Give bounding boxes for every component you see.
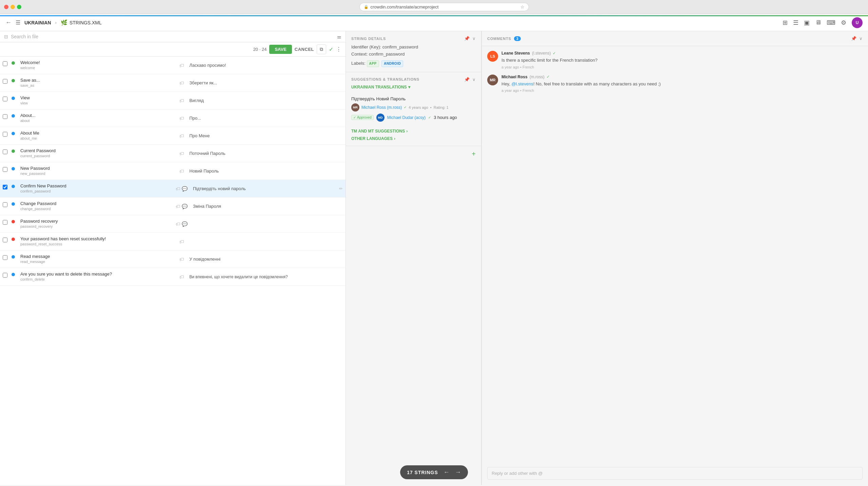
save-button[interactable]: SAVE	[269, 45, 292, 54]
row-source-content: Are you sure you want to delete this mes…	[18, 268, 177, 285]
edit-icon[interactable]: ✏	[339, 186, 343, 191]
string-row: Change Password change_password 🏷 💬 Змін…	[0, 198, 346, 215]
approved-badge: ✓ Approved	[351, 115, 374, 120]
row-checkbox[interactable]	[0, 92, 11, 109]
tag-icon[interactable]: 🏷	[179, 63, 184, 68]
more-options-button[interactable]: ⋮	[336, 46, 341, 53]
comment-icon[interactable]: 💬	[182, 221, 188, 227]
key-text: current_password	[20, 154, 174, 158]
tag-icon[interactable]: 🏷	[179, 80, 184, 86]
row-actions: 🏷	[177, 92, 187, 109]
back-button[interactable]: ←	[5, 19, 12, 26]
user-avatar[interactable]: U	[852, 17, 863, 28]
row-translation: Новий Пароль	[187, 162, 346, 180]
tag-icon[interactable]: 🏷	[179, 98, 184, 103]
expand-icon[interactable]: ∨	[472, 36, 476, 41]
tag-icon[interactable]: 🏷	[176, 204, 180, 209]
monitor-icon[interactable]: 🖥	[815, 19, 821, 26]
comment-reply-input[interactable]: Reply or add other with @	[487, 467, 863, 480]
main-layout: ⊟ ⚌ 20 · 24 SAVE CANCEL ⧉ ✓ ⋮ Welcome! w…	[0, 31, 868, 485]
copy-button[interactable]: ⧉	[317, 44, 326, 54]
tag-icon[interactable]: 🏷	[179, 168, 184, 174]
approve-button[interactable]: ✓	[329, 46, 333, 53]
tag-icon[interactable]: 🏷	[176, 221, 180, 227]
status-approved	[12, 79, 15, 82]
traffic-light-red[interactable]	[4, 5, 8, 9]
tag-icon[interactable]: 🏷	[179, 239, 184, 244]
row-checkbox[interactable]	[0, 109, 11, 127]
traffic-light-green[interactable]	[17, 5, 21, 9]
strings-count-label: 17 STRINGS	[407, 470, 438, 475]
row-checkbox[interactable]	[0, 57, 11, 74]
row-checkbox[interactable]	[0, 215, 11, 232]
bookmark-icon[interactable]: ☆	[520, 4, 525, 9]
collapse-icon[interactable]: ∨	[472, 77, 476, 82]
tag-icon[interactable]: 🏷	[179, 274, 184, 280]
tag-icon[interactable]: 🏷	[179, 151, 184, 156]
other-languages-link[interactable]: OTHER LANGUAGES ›	[351, 136, 476, 141]
string-list-panel: ⊟ ⚌ 20 · 24 SAVE CANCEL ⧉ ✓ ⋮ Welcome! w…	[0, 31, 346, 485]
row-checkbox[interactable]	[0, 250, 11, 268]
comments-header: COMMENTS 3 📌 ∨	[482, 31, 868, 46]
layout-grid-icon[interactable]: ⊞	[783, 19, 788, 26]
strings-container: Welcome! welcome 🏷 Ласкаво просимо! Save…	[0, 57, 346, 485]
next-string-button[interactable]: →	[455, 469, 461, 476]
comment-icon[interactable]: 💬	[182, 204, 188, 209]
key-text: about	[20, 119, 174, 123]
key-text: welcome	[20, 66, 174, 70]
row-source-content: Read message read_message	[18, 250, 177, 268]
string-row: Password recovery password_recovery 🏷 💬	[0, 215, 346, 233]
pin-icon[interactable]: 📌	[851, 36, 856, 41]
ukrainian-translations-link[interactable]: UKRAINIAN TRANSLATIONS ▾	[351, 85, 476, 89]
tm-mt-link[interactable]: TM AND MT SUGGESTIONS ›	[351, 129, 476, 134]
row-checkbox[interactable]	[0, 233, 11, 250]
pin-icon[interactable]: 📌	[464, 36, 470, 41]
row-translation: Ласкаво просимо!	[187, 57, 346, 74]
pin-icon[interactable]: 📌	[464, 77, 470, 82]
layout-split-icon[interactable]: ▣	[804, 19, 810, 26]
row-translation	[187, 233, 346, 250]
time-ago: 4 years ago	[409, 105, 428, 109]
chevron-down-icon: ▾	[408, 85, 410, 89]
key-text: read_message	[20, 260, 174, 264]
collapse-icon[interactable]: ⊟	[4, 34, 8, 39]
status-translated	[12, 255, 15, 259]
hamburger-menu[interactable]: ☰	[16, 19, 20, 26]
row-source-content: View view	[18, 92, 177, 109]
row-checkbox[interactable]	[0, 127, 11, 144]
row-checkbox[interactable]	[0, 145, 11, 162]
row-checkbox[interactable]	[0, 180, 11, 197]
source-text: About Me	[20, 130, 174, 136]
row-checkbox[interactable]	[0, 268, 11, 285]
search-input[interactable]	[11, 34, 334, 39]
layout-list-icon[interactable]: ☰	[793, 19, 798, 26]
comment-icon[interactable]: 💬	[182, 186, 188, 191]
keyboard-icon[interactable]: ⌨	[827, 19, 835, 26]
tag-icon[interactable]: 🏷	[179, 133, 184, 139]
row-status	[11, 74, 18, 92]
add-translation-button[interactable]: +	[472, 150, 476, 158]
filter-icon[interactable]: ⚌	[337, 34, 341, 39]
tag-icon[interactable]: 🏷	[176, 186, 180, 191]
comment-body: Michael Ross (m.ross) ✓ Hey, @l.stevens!…	[501, 75, 863, 93]
row-source-content: New Password new_password	[18, 162, 177, 180]
tag-icon[interactable]: 🏷	[179, 257, 184, 262]
header-tools: ⊞ ☰ ▣ 🖥 ⌨ ⚙ U	[783, 17, 863, 28]
row-checkbox[interactable]	[0, 162, 11, 180]
string-row-selected[interactable]: Confirm New Password confirm_password 🏷 …	[0, 180, 346, 198]
string-row: Read message read_message 🏷 У повідомлен…	[0, 250, 346, 268]
toolbar-row: 20 · 24 SAVE CANCEL ⧉ ✓ ⋮	[0, 42, 346, 57]
address-bar[interactable]: 🔒 crowdin.com/translate/acmeproject ☆	[359, 3, 529, 11]
context-label: Context:	[351, 52, 368, 57]
row-checkbox[interactable]	[0, 198, 11, 215]
prev-string-button[interactable]: ←	[443, 469, 450, 476]
row-checkbox[interactable]	[0, 74, 11, 92]
status-translated	[12, 202, 15, 206]
traffic-light-yellow[interactable]	[11, 5, 15, 9]
collapse-icon[interactable]: ∨	[859, 36, 863, 41]
source-text: New Password	[20, 166, 174, 171]
row-actions: 🏷	[177, 268, 187, 285]
settings-icon[interactable]: ⚙	[841, 19, 846, 26]
cancel-button[interactable]: CANCEL	[295, 47, 314, 52]
tag-icon[interactable]: 🏷	[179, 116, 184, 121]
